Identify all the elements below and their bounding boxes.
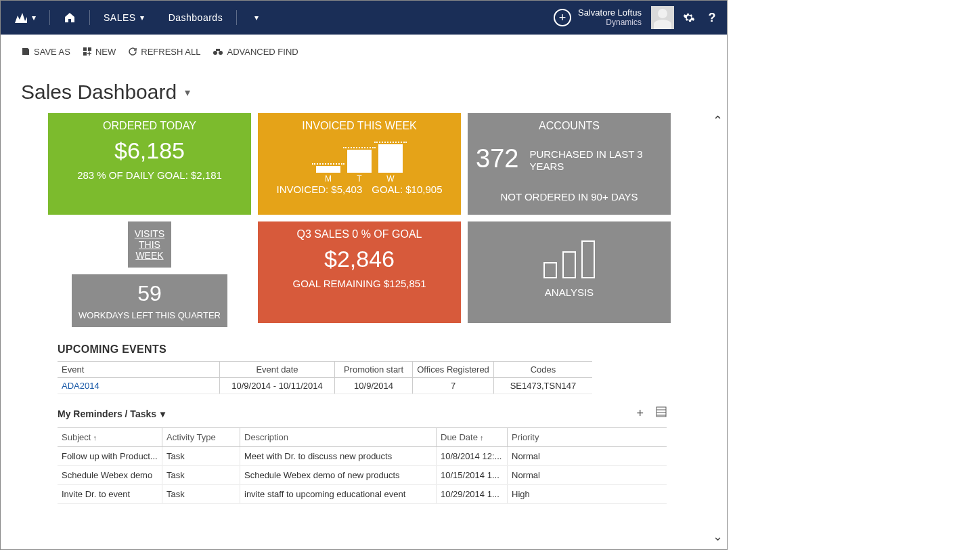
avatar[interactable]	[651, 6, 674, 29]
refresh-icon	[128, 47, 137, 56]
card-accounts[interactable]: ACCOUNTS 372 PURCHASED IN LAST 3 YEARS N…	[468, 113, 671, 215]
add-button[interactable]: +	[554, 9, 571, 26]
accounts-row: 372 PURCHASED IN LAST 3 YEARS	[476, 142, 663, 179]
analysis-icon	[543, 238, 595, 278]
card-ordered-today[interactable]: ORDERED TODAY $6,185 283 % OF DAILY GOAL…	[48, 113, 251, 215]
col-desc[interactable]: Description	[240, 428, 437, 446]
task-desc: Meet with Dr. to discuss new products	[240, 447, 437, 465]
card-footer: NOT ORDERED IN 90+ DAYS	[500, 191, 638, 203]
task-priority: Normal	[508, 447, 609, 465]
user-block[interactable]: Salvatore Loftus Dynamics	[578, 8, 642, 26]
workdays-sub: WORKDAYS LEFT THIS QUARTER	[79, 310, 221, 320]
save-as-label: SAVE AS	[34, 47, 70, 57]
nav-left: ▾ SALES ▾ Dashboards ▾	[7, 7, 265, 28]
col-promo[interactable]: Promotion start	[335, 362, 413, 377]
card-invoiced-week[interactable]: INVOICED THIS WEEK M T W INVOICED: $5,40…	[258, 113, 461, 215]
upcoming-events-section: UPCOMING EVENTS Event Event date Promoti…	[1, 323, 727, 394]
tasks-header-row: Subject Activity Type Description Due Da…	[58, 428, 667, 447]
mini-bar-chart: M T W	[316, 139, 403, 173]
event-promo: 10/9/2014	[335, 378, 413, 394]
col-subject[interactable]: Subject	[58, 428, 162, 446]
settings-button[interactable]	[681, 9, 697, 26]
logo-button[interactable]: ▾	[7, 7, 43, 28]
scroll-down-button[interactable]: ⌄	[713, 529, 723, 544]
dashboard-selector[interactable]: ▾	[185, 86, 190, 99]
col-type[interactable]: Activity Type	[162, 428, 240, 446]
new-button[interactable]: NEW	[83, 47, 116, 57]
scroll-up-button[interactable]: ⌃	[713, 113, 723, 128]
bar-icon	[543, 262, 557, 278]
help-icon: ?	[709, 11, 716, 25]
refresh-button[interactable]: REFRESH ALL	[128, 47, 200, 57]
col-offices[interactable]: Offices Registered	[413, 362, 494, 377]
task-row[interactable]: Follow up with Product... Task Meet with…	[58, 447, 667, 466]
reminders-toolbar: +	[636, 406, 667, 421]
card-q3-sales[interactable]: Q3 SALES 0 % OF GOAL $2,846 GOAL REMAINI…	[258, 221, 461, 323]
card-footer: 283 % OF DAILY GOAL: $2,181	[77, 169, 222, 181]
cards-grid: ORDERED TODAY $6,185 283 % OF DAILY GOAL…	[48, 113, 677, 323]
card-title: ORDERED TODAY	[103, 120, 196, 132]
task-row[interactable]: Invite Dr. to event Task invite staff to…	[58, 485, 667, 504]
nav-dashboards-dropdown[interactable]: ▾	[244, 9, 265, 26]
bar-w: W	[378, 144, 403, 173]
col-codes[interactable]: Codes	[494, 362, 592, 377]
bar-t: T	[347, 150, 372, 173]
task-row[interactable]: Schedule Webex demo Task Schedule Webex …	[58, 466, 667, 485]
task-due: 10/29/2014 1...	[437, 485, 508, 503]
save-as-button[interactable]: SAVE AS	[21, 47, 70, 57]
user-org: Dynamics	[578, 18, 642, 27]
card-value: $6,185	[114, 138, 185, 164]
nav-dashboards[interactable]: Dashboards	[162, 8, 230, 27]
accounts-value: 372	[476, 144, 518, 173]
card-title: Q3 SALES 0 % OF GOAL	[297, 228, 422, 240]
invoiced-goal: GOAL: $10,905	[372, 184, 442, 195]
card-analysis[interactable]: ANALYSIS	[468, 221, 671, 323]
card-title: ACCOUNTS	[539, 120, 600, 132]
add-task-button[interactable]: +	[636, 406, 644, 421]
task-subject: Invite Dr. to event	[58, 485, 162, 503]
nav-sales[interactable]: SALES ▾	[97, 8, 151, 27]
new-icon	[83, 47, 92, 56]
reminders-title-dropdown[interactable]: My Reminders / Tasks ▾	[58, 408, 165, 419]
reminders-title: My Reminders / Tasks	[58, 408, 156, 419]
col-date[interactable]: Event date	[220, 362, 335, 377]
page-title: Sales Dashboard	[21, 81, 177, 104]
nav-separator	[89, 10, 90, 25]
logo-icon	[14, 12, 28, 24]
col-due[interactable]: Due Date	[437, 428, 508, 446]
card-visits[interactable]: VISITS THIS WEEK	[128, 221, 171, 268]
nav-separator	[49, 10, 50, 25]
card-workdays[interactable]: 59 WORKDAYS LEFT THIS QUARTER	[72, 274, 227, 327]
task-subject: Schedule Webex demo	[58, 466, 162, 484]
nav-separator	[236, 10, 237, 25]
workdays-value: 59	[137, 281, 162, 306]
reminders-section: My Reminders / Tasks ▾ + Subject Activit…	[1, 394, 727, 504]
svg-rect-2	[83, 52, 87, 56]
accounts-sub: PURCHASED IN LAST 3 YEARS	[529, 148, 663, 172]
event-link[interactable]: ADA2014	[58, 378, 220, 394]
events-row[interactable]: ADA2014 10/9/2014 - 10/11/2014 10/9/2014…	[58, 378, 592, 394]
list-icon	[656, 406, 667, 417]
card-value: $2,846	[324, 246, 395, 272]
task-type: Task	[162, 447, 240, 465]
col-event[interactable]: Event	[58, 362, 220, 377]
col-priority[interactable]: Priority	[508, 428, 609, 446]
plus-icon: +	[559, 11, 566, 25]
event-date: 10/9/2014 - 10/11/2014	[220, 378, 335, 394]
task-priority: High	[508, 485, 609, 503]
home-icon	[64, 12, 76, 24]
card-title: INVOICED THIS WEEK	[302, 120, 417, 132]
advanced-find-button[interactable]: ADVANCED FIND	[213, 47, 298, 57]
user-name: Salvatore Loftus	[578, 8, 642, 18]
task-type: Task	[162, 466, 240, 484]
list-view-button[interactable]	[656, 406, 667, 421]
events-table: Event Event date Promotion start Offices…	[58, 361, 592, 394]
new-label: NEW	[95, 47, 116, 57]
page-title-row: Sales Dashboard ▾	[1, 62, 727, 113]
svg-rect-0	[83, 47, 87, 51]
home-button[interactable]	[57, 7, 83, 28]
help-button[interactable]: ?	[704, 9, 720, 26]
top-navbar: ▾ SALES ▾ Dashboards ▾ + Sal	[1, 1, 727, 35]
analysis-label: ANALYSIS	[545, 287, 594, 298]
task-priority: Normal	[508, 466, 609, 484]
